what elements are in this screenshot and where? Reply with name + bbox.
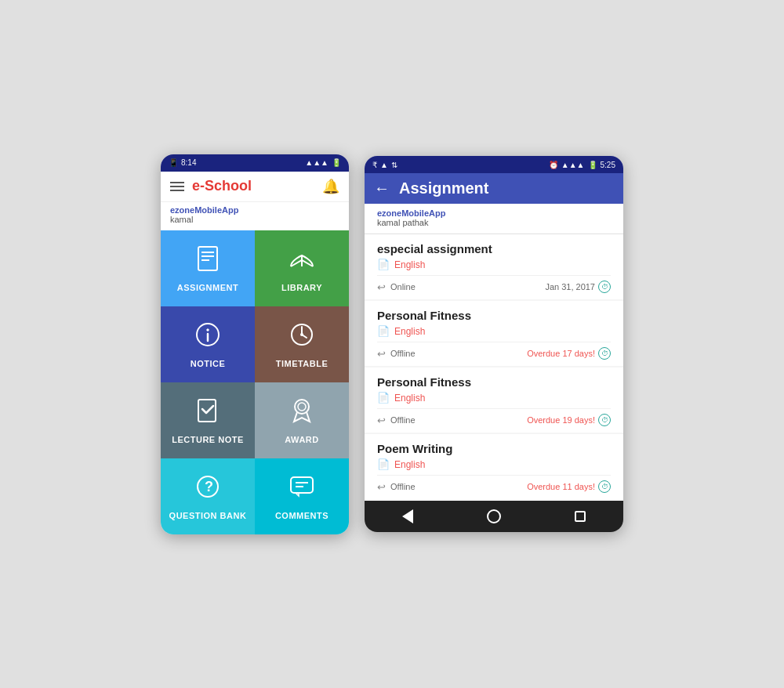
assignment-subject-2: 📄 English <box>377 325 611 337</box>
meta-left-4: ↩ Offline <box>377 481 416 493</box>
meta-left-1: ↩ Online <box>377 281 416 293</box>
time-display-right: 5:25 <box>601 161 615 169</box>
assignment-title-2: Personal Fitness <box>377 309 611 322</box>
assignment-item-2[interactable]: Personal Fitness 📄 English ↩ Offline Ove… <box>365 301 623 366</box>
notice-icon <box>194 320 222 353</box>
menu-item-lecture-note[interactable]: LECTURE NOTE <box>161 382 255 458</box>
library-icon <box>288 244 316 277</box>
home-nav-button[interactable] <box>486 509 502 524</box>
user-info-left: ezoneMobileApp kamal <box>161 202 349 230</box>
status-icons-left: 📱 8:14 <box>169 158 196 167</box>
library-label: LIBRARY <box>281 283 322 292</box>
doc-icon-2: 📄 <box>377 325 390 337</box>
notification-bell[interactable]: 🔔 <box>322 178 339 195</box>
notice-label: NOTICE <box>191 359 226 368</box>
subject-label-2: English <box>394 326 425 337</box>
assignment-item-4[interactable]: Poem Writing 📄 English ↩ Offline Overdue… <box>365 434 623 499</box>
username-left: ezoneMobileApp <box>170 205 339 215</box>
wifi-icon-right: ▲ <box>380 161 388 169</box>
status-icons-right-left: ₹ ▲ ⇅ <box>372 161 397 169</box>
sync-icon-3: ↩ <box>377 415 386 426</box>
left-phone: 📱 8:14 ▲▲▲ 🔋 e-School 🔔 ezoneMobileApp k… <box>161 154 349 534</box>
overdue-4: Overdue 11 days! <box>527 482 595 491</box>
status-bar-right: ₹ ▲ ⇅ ⏰ ▲▲▲ 🔋 5:25 <box>365 156 623 173</box>
hamburger-menu[interactable] <box>170 182 184 191</box>
svg-rect-18 <box>291 477 313 493</box>
phone-icon: 📱 <box>169 158 178 167</box>
svg-point-8 <box>207 328 209 331</box>
assignment-meta-4: ↩ Offline Overdue 11 days! ⏱ <box>377 475 611 493</box>
menu-item-notice[interactable]: NOTICE <box>161 306 255 382</box>
doc-icon-1: 📄 <box>377 259 390 270</box>
menu-item-library[interactable]: LIBRARY <box>255 230 349 306</box>
award-label: AWARD <box>285 435 318 444</box>
assignment-item-3[interactable]: Personal Fitness 📄 English ↩ Offline Ove… <box>365 368 623 433</box>
assignment-subject-4: 📄 English <box>377 458 611 470</box>
time-display: 8:14 <box>181 158 196 167</box>
data-icon: ⇅ <box>391 161 397 169</box>
assignment-item-1[interactable]: especial assignment 📄 English ↩ Online J… <box>365 234 623 299</box>
battery-icon-right: 🔋 <box>588 161 597 169</box>
menu-item-assignment[interactable]: ASSIGNMENT <box>161 230 255 306</box>
assignment-list: especial assignment 📄 English ↩ Online J… <box>365 234 623 499</box>
bottom-navigation <box>365 501 623 532</box>
subject-label-1: English <box>394 259 425 270</box>
question-bank-icon: ? <box>194 473 222 505</box>
clock-icon-2: ⏱ <box>598 347 611 360</box>
battery-icon: 🔋 <box>332 158 341 167</box>
realname-right: kamal pathak <box>377 218 611 227</box>
svg-point-12 <box>300 333 303 336</box>
realname-left: kamal <box>170 215 339 224</box>
clock-icon-1: ⏱ <box>598 281 611 293</box>
meta-right-2: Overdue 17 days! ⏱ <box>527 347 611 360</box>
date-1: Jan 31, 2017 <box>545 282 595 291</box>
overdue-2: Overdue 17 days! <box>527 349 595 358</box>
assignment-meta-1: ↩ Online Jan 31, 2017 ⏱ <box>377 275 611 293</box>
currency-icon: ₹ <box>372 161 377 169</box>
menu-item-question-bank[interactable]: ? QUESTION BANK <box>161 458 255 534</box>
assignment-icon <box>194 244 222 277</box>
mode-4: Offline <box>390 482 416 491</box>
username-right: ezoneMobileApp <box>377 208 611 218</box>
header-left: e-School <box>170 178 252 194</box>
page-title: Assignment <box>399 179 488 197</box>
assignment-title-1: especial assignment <box>377 242 611 255</box>
sync-icon-4: ↩ <box>377 481 386 493</box>
menu-item-award[interactable]: AWARD <box>255 382 349 458</box>
lecture-note-icon <box>194 397 222 429</box>
meta-right-1: Jan 31, 2017 ⏱ <box>545 281 611 293</box>
status-bar-left: 📱 8:14 ▲▲▲ 🔋 <box>161 154 349 172</box>
svg-point-15 <box>298 403 306 411</box>
recent-nav-button[interactable] <box>572 509 588 524</box>
menu-item-timetable[interactable]: TIMETABLE <box>255 306 349 382</box>
meta-right-4: Overdue 11 days! ⏱ <box>527 480 611 493</box>
assignment-title-3: Personal Fitness <box>377 375 611 389</box>
lecture-note-label: LECTURE NOTE <box>172 435 244 444</box>
app-title: e-School <box>192 178 252 194</box>
subject-label-3: English <box>394 393 425 404</box>
mode-2: Offline <box>390 349 416 358</box>
mode-3: Offline <box>390 415 416 425</box>
back-button[interactable]: ← <box>374 179 390 197</box>
title-prefix: e- <box>192 178 205 194</box>
comments-icon <box>288 473 316 505</box>
comments-label: COMMENTS <box>275 511 328 520</box>
signal-icon-right: ▲▲▲ <box>561 161 585 169</box>
alarm-icon: ⏰ <box>549 161 558 169</box>
meta-left-3: ↩ Offline <box>377 415 416 426</box>
svg-rect-13 <box>198 400 216 422</box>
clock-icon-3: ⏱ <box>598 414 611 426</box>
question-bank-label: QUESTION BANK <box>169 511 247 520</box>
back-nav-button[interactable] <box>400 509 416 524</box>
overdue-3: Overdue 19 days! <box>527 415 595 425</box>
app-header: e-School 🔔 <box>161 172 349 202</box>
assignment-meta-3: ↩ Offline Overdue 19 days! ⏱ <box>377 408 611 426</box>
menu-item-comments[interactable]: COMMENTS <box>255 458 349 534</box>
meta-left-2: ↩ Offline <box>377 348 416 360</box>
award-icon <box>288 397 316 429</box>
assignment-meta-2: ↩ Offline Overdue 17 days! ⏱ <box>377 342 611 360</box>
svg-point-14 <box>295 400 309 414</box>
status-icons-right: ▲▲▲ 🔋 <box>305 158 341 167</box>
timetable-icon <box>288 320 316 353</box>
timetable-label: TIMETABLE <box>276 359 328 368</box>
